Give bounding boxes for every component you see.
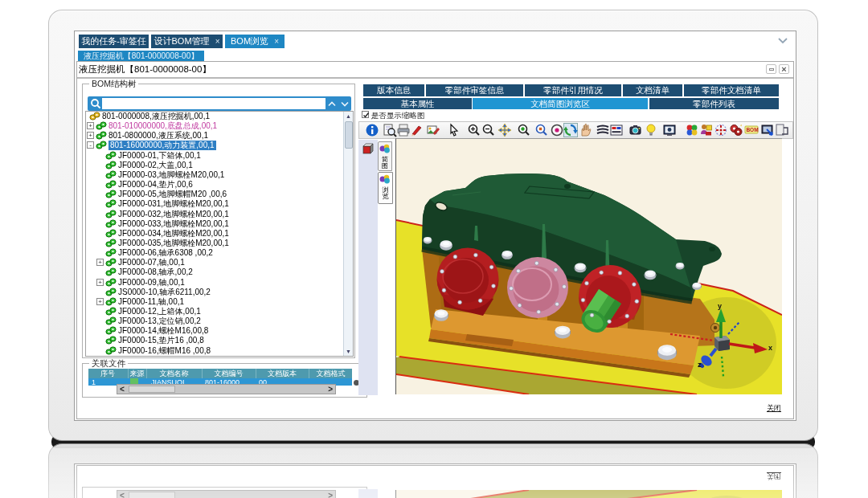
svg-text:y: y [718,302,722,310]
svg-text:x: x [768,344,772,352]
svg-text:BOM: BOM [746,127,758,133]
svg-text:z: z [698,361,702,369]
